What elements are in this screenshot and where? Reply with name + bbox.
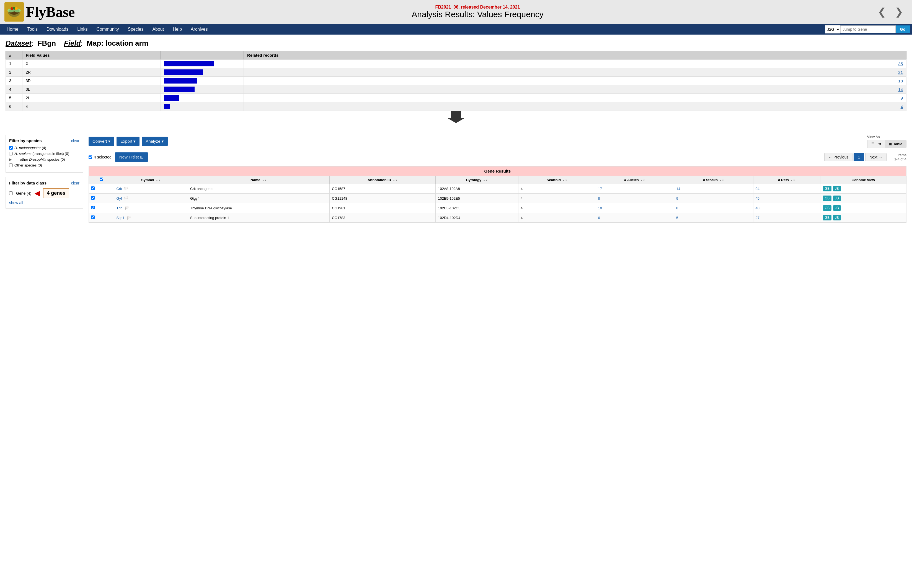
nav-tools[interactable]: Tools (23, 24, 42, 35)
table-view-button[interactable]: ⊞ Table (885, 140, 906, 148)
result-refs-link[interactable]: 48 (756, 206, 760, 210)
page-1-button[interactable]: 1 (854, 153, 864, 161)
related-records-link[interactable]: 21 (898, 70, 903, 75)
svg-point-4 (11, 7, 13, 10)
prev-page-button[interactable]: ← Previous (824, 153, 852, 161)
gb-button[interactable]: GB (823, 195, 831, 201)
result-checkbox[interactable] (91, 206, 95, 209)
nav-community[interactable]: Community (92, 24, 123, 35)
col-name: Name ▲▼ (188, 176, 329, 184)
freq-table-row: 1 X 35 (6, 60, 907, 68)
nav-help[interactable]: Help (168, 24, 186, 35)
result-refs-link[interactable]: 45 (756, 196, 760, 200)
freq-row-value: 3R (23, 77, 161, 85)
go-button[interactable]: Go (896, 26, 910, 33)
jb-button[interactable]: JB (833, 186, 841, 191)
other-drosophila-checkbox[interactable] (15, 158, 18, 161)
show-all-link[interactable]: show all (9, 200, 79, 205)
species-filter-title: Filter by species (9, 138, 42, 143)
freq-table-row: 2 2R 21 (6, 68, 907, 77)
svg-point-5 (15, 7, 18, 10)
gb-button[interactable]: GB (823, 186, 831, 191)
jb-button[interactable]: JB (833, 205, 841, 211)
related-records-link[interactable]: 4 (901, 104, 903, 109)
result-refs-link[interactable]: 94 (756, 187, 760, 191)
result-checkbox[interactable] (91, 186, 95, 190)
result-symbol-link[interactable]: Gyf (116, 196, 122, 200)
col-related-records: Related records (244, 51, 907, 60)
next-arrow[interactable]: ❯ (890, 6, 907, 18)
result-refs-link[interactable]: 27 (756, 216, 760, 220)
gb-button[interactable]: GB (823, 205, 831, 211)
result-checkbox[interactable] (91, 196, 95, 200)
sapiens-checkbox[interactable] (9, 152, 13, 155)
result-alleles-cell: 6 (596, 213, 674, 223)
nav-home[interactable]: Home (2, 24, 23, 35)
result-refs-cell: 94 (753, 184, 820, 194)
other-species-label: Other species (0) (15, 163, 42, 167)
result-alleles-link[interactable]: 10 (598, 206, 602, 210)
result-annotation-id-cell: CG1783 (330, 213, 436, 223)
result-symbol-link[interactable]: Crk (116, 187, 122, 191)
related-records-link[interactable]: 35 (898, 61, 903, 66)
export-button[interactable]: Export ▾ (117, 137, 140, 146)
header-title-area: FB2021_06, released December 14, 2021 An… (82, 5, 873, 19)
related-records-link[interactable]: 14 (898, 87, 903, 92)
list-view-button[interactable]: ☰ List (867, 140, 885, 148)
result-checkbox[interactable] (91, 215, 95, 219)
gene-class-checkbox[interactable] (9, 191, 13, 195)
result-scaffold-cell: 4 (518, 184, 596, 194)
result-alleles-link[interactable]: 6 (598, 216, 600, 220)
species-clear-link[interactable]: clear (71, 139, 79, 143)
result-stocks-link[interactable]: 8 (676, 206, 678, 210)
result-row: Tdg 🏳️ Thymine DNA glycosylase CG1981 10… (89, 203, 907, 213)
other-species-checkbox[interactable] (9, 163, 13, 167)
melanogaster-checkbox[interactable] (9, 146, 13, 150)
result-alleles-link[interactable]: 17 (598, 187, 602, 191)
result-symbol-cell: Crk 🏳️ (114, 184, 188, 194)
data-class-clear-link[interactable]: clear (71, 181, 79, 185)
col-select-all[interactable] (100, 178, 103, 181)
freq-row-bar-cell (161, 77, 244, 85)
result-scaffold-cell: 4 (518, 194, 596, 203)
select-all-checkbox[interactable] (89, 155, 92, 159)
result-stocks-link[interactable]: 14 (676, 187, 680, 191)
nav-species[interactable]: Species (123, 24, 148, 35)
nav-downloads[interactable]: Downloads (42, 24, 73, 35)
freq-row-num: 6 (6, 102, 23, 111)
result-stocks-link[interactable]: 9 (676, 196, 678, 200)
flag-icon: 🏳️ (124, 196, 128, 200)
expand-arrow-icon[interactable]: ▶ (9, 157, 12, 162)
result-annotation-id-cell: CG1587 (330, 184, 436, 194)
result-scaffold-cell: 4 (518, 213, 596, 223)
freq-row-related-cell: 9 (244, 94, 907, 102)
convert-button[interactable]: Convert ▾ (89, 137, 114, 146)
jb-button[interactable]: JB (833, 215, 841, 220)
jb-button[interactable]: JB (833, 195, 841, 201)
result-checkbox-cell (89, 194, 114, 203)
result-symbol-link[interactable]: Slip1 (116, 216, 124, 220)
analyze-button[interactable]: Analyze ▾ (142, 137, 168, 146)
other-drosophila-label: other Drosophila species (0) (20, 157, 65, 162)
jump-to-gene-input[interactable] (840, 26, 896, 33)
related-records-link[interactable]: 9 (901, 96, 903, 100)
data-class-filter-header: Filter by data class clear (9, 181, 79, 185)
nav-about[interactable]: About (148, 24, 168, 35)
nav-archives[interactable]: Archives (186, 24, 212, 35)
next-page-button[interactable]: Next → (865, 153, 886, 161)
nav-links[interactable]: Links (73, 24, 92, 35)
species-filter-sapiens: H. sapiens (transgenes in flies) (0) (9, 152, 79, 156)
related-records-link[interactable]: 18 (898, 79, 903, 83)
new-hitlist-button[interactable]: New Hitlist ⊞ (115, 152, 148, 162)
prev-arrow[interactable]: ❮ (873, 6, 890, 18)
gb-button[interactable]: GB (823, 215, 831, 220)
selected-count-text: 4 selected (94, 155, 112, 159)
result-stocks-link[interactable]: 5 (676, 216, 678, 220)
result-symbol-cell: Slip1 🏳️ (114, 213, 188, 223)
result-scaffold-cell: 4 (518, 203, 596, 213)
result-symbol-link[interactable]: Tdg (116, 206, 122, 210)
freq-row-num: 4 (6, 85, 23, 94)
result-alleles-link[interactable]: 8 (598, 196, 600, 200)
species-filter-melanogaster: D. melanogaster (4) (9, 146, 79, 150)
j2g-select[interactable]: J2G (825, 25, 840, 34)
